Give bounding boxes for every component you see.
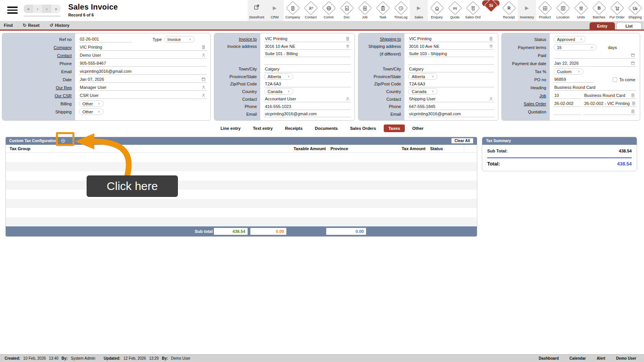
toolbar-item-quote[interactable]: Quote xyxy=(446,0,464,21)
field-blank[interactable] xyxy=(264,58,351,65)
field-quotation[interactable] xyxy=(554,108,581,115)
field-label-invoice-to[interactable]: Invoice to xyxy=(214,37,260,41)
toolbar-item-inventory[interactable]: ▶Inventory xyxy=(518,0,536,21)
toolbar-item-comm[interactable]: Comm xyxy=(320,0,338,21)
field-zip-post-code[interactable]: T2A 6A3 xyxy=(408,81,494,87)
add-tax-button[interactable] xyxy=(61,138,66,143)
toolbar-item-doc[interactable]: Doc xyxy=(338,0,356,21)
toolbar-item-batches[interactable]: BBatches xyxy=(590,0,608,21)
field-payment-due-date[interactable]: Jan 22, 2026 xyxy=(554,60,636,67)
field-phone[interactable]: 647-555-1845 xyxy=(408,103,494,110)
menu-icon[interactable] xyxy=(7,7,18,14)
field-heading[interactable]: Business Round Card xyxy=(554,84,636,91)
select-billing[interactable]: Other∨ xyxy=(79,100,104,107)
view-tab-entry[interactable]: Entry xyxy=(590,22,615,29)
person-icon[interactable] xyxy=(345,97,350,101)
field-label-contact[interactable]: Contact xyxy=(2,53,75,58)
toolbar-item-task[interactable]: Task xyxy=(374,0,392,21)
toolbar-item-sales-inv[interactable]: SiSales Inv xyxy=(482,0,500,7)
tab-sales-orders[interactable]: Sales Orders xyxy=(345,124,381,132)
tab-text-entry[interactable]: Text entry xyxy=(248,124,278,132)
checkbox-to-come[interactable]: To come xyxy=(613,77,635,82)
pin-icon[interactable] xyxy=(489,44,493,49)
select-country[interactable]: Canada∨ xyxy=(264,88,293,95)
field-our-rep[interactable]: Manager User xyxy=(79,84,207,91)
field-contact[interactable]: Demo User xyxy=(79,52,207,59)
field-po-no[interactable]: 96859 xyxy=(554,76,594,83)
notes-icon[interactable] xyxy=(631,101,636,106)
field-invoice-address[interactable]: 3016 10 Ave NE xyxy=(264,43,351,50)
calendar-icon[interactable] xyxy=(631,61,635,66)
statusbar-link-calendar[interactable]: Calendar xyxy=(570,356,586,360)
field-phone[interactable]: 416-555-1023 xyxy=(264,103,351,110)
history-button[interactable]: ↺History xyxy=(49,21,69,29)
select-status[interactable]: Approved∨ xyxy=(554,36,586,43)
field-email[interactable]: vicprinting3016@gmail.com xyxy=(79,68,207,75)
field-phone[interactable]: 905-555-8467 xyxy=(79,60,207,67)
calendar-icon[interactable] xyxy=(201,77,206,82)
select-shipping[interactable]: Other∨ xyxy=(79,108,104,115)
field-ref-no[interactable]: 02-26-001 xyxy=(79,36,132,43)
field-label-our-csr[interactable]: Our CSR xyxy=(2,93,75,98)
nav-next-button[interactable]: › xyxy=(42,5,51,13)
pin-icon[interactable] xyxy=(345,44,350,49)
person-icon[interactable] xyxy=(201,53,206,57)
toolbar-item-job[interactable]: Job xyxy=(356,0,374,21)
field-if-different[interactable]: Suite 103 - Shipping xyxy=(408,51,494,57)
tab-taxes[interactable]: Taxes xyxy=(384,124,404,132)
subtotal-value-3[interactable]: 0.00 xyxy=(326,228,366,235)
toolbar-item-sales-ord[interactable]: Sales Ord xyxy=(464,0,482,21)
select-ref-no[interactable]: Invoice∨ xyxy=(164,36,195,43)
notes-icon[interactable] xyxy=(631,93,635,98)
field-job[interactable]: Business Round Card xyxy=(583,92,636,99)
nav-prev-button[interactable]: ‹ xyxy=(33,5,42,13)
field-invoice-to[interactable]: VIC Printing xyxy=(264,36,351,42)
field-zip-post-code[interactable]: T2A 6A3 xyxy=(264,81,351,87)
person-icon[interactable] xyxy=(489,97,493,101)
toolbar-item-receipt[interactable]: RReceipt xyxy=(500,0,518,21)
select-province-state[interactable]: Alberta∨ xyxy=(408,73,437,80)
nav-last-button[interactable]: » xyxy=(51,5,61,13)
field-label-sales-order[interactable]: Sales Order xyxy=(502,102,550,106)
field-sales-order[interactable]: 26-02-002 - VIC Printing xyxy=(583,100,637,107)
statusbar-link-dashboard[interactable]: Dashboard xyxy=(539,356,559,360)
toolbar-item-sales[interactable]: ▶Sales xyxy=(410,0,428,21)
toolbar-item-contact[interactable]: Contact xyxy=(302,0,320,21)
toolbar-item-pur-order[interactable]: Pur Order xyxy=(608,0,626,21)
building-icon[interactable] xyxy=(345,36,350,41)
tab-documents[interactable]: Documents xyxy=(310,124,342,132)
field-job[interactable]: 10 xyxy=(554,92,581,99)
field-label-our-rep[interactable]: Our Rep xyxy=(2,85,75,90)
statusbar-link-demo-user[interactable]: Demo User xyxy=(616,356,636,360)
select-tax[interactable]: Custom∨ xyxy=(554,68,583,75)
toolbar-item-product[interactable]: Product xyxy=(536,0,554,21)
toolbar-item-location[interactable]: Location xyxy=(554,0,572,21)
field-shipping-to[interactable]: VIC Printing xyxy=(408,36,494,42)
toolbar-item-units[interactable]: Units xyxy=(572,0,590,21)
field-email[interactable]: vicprinting3016@gmail.com xyxy=(408,111,494,117)
person-icon[interactable] xyxy=(201,93,206,98)
subtotal-value-1[interactable]: 438.54 xyxy=(214,228,248,235)
field-blank[interactable] xyxy=(408,58,494,65)
field-quotation[interactable] xyxy=(583,108,636,115)
calendar-icon[interactable] xyxy=(631,53,635,57)
toolbar-item-company[interactable]: Company xyxy=(284,0,302,21)
tab-receipts[interactable]: Receipts xyxy=(280,124,307,132)
clear-all-button[interactable]: Clear All xyxy=(451,138,473,144)
field-our-csr[interactable]: CSR User xyxy=(79,92,207,99)
field-contact[interactable]: Shipping User xyxy=(408,96,494,102)
view-tab-list[interactable]: List xyxy=(616,22,642,29)
toolbar-item-crm[interactable]: ▶CRM xyxy=(266,0,284,21)
field-date[interactable]: Jan 07, 2026 xyxy=(79,76,207,83)
tab-line-entry[interactable]: Line entry xyxy=(216,124,245,132)
toolbar-item-storefront[interactable]: Storefront xyxy=(248,0,266,21)
toolbar-item-shipping[interactable]: Shipping xyxy=(626,0,644,21)
building-icon[interactable] xyxy=(201,45,206,49)
field-paid[interactable] xyxy=(554,52,636,59)
toolbar-item-timelog[interactable]: TimeLog xyxy=(392,0,410,21)
field-sales-order[interactable]: 26-02-002 xyxy=(554,100,581,107)
select-province-state[interactable]: Alberta∨ xyxy=(264,73,293,80)
field-suite-101-billing[interactable]: Suite 101 - Billing xyxy=(264,51,351,57)
select-country[interactable]: Canada∨ xyxy=(408,88,437,95)
field-contact[interactable]: Accountant User xyxy=(264,96,351,102)
